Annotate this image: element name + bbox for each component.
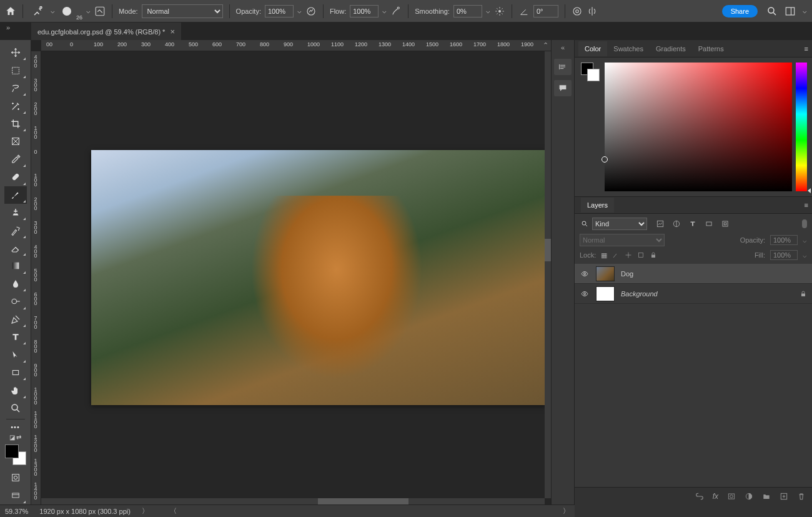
opacity-input[interactable] [265, 5, 294, 18]
filter-shape-icon[interactable] [703, 218, 715, 229]
filter-image-icon[interactable] [655, 218, 666, 229]
collapse-arrow-icon[interactable]: « [561, 44, 565, 51]
group-icon[interactable] [762, 492, 771, 501]
layer-name[interactable]: Background [621, 290, 658, 298]
tab-patterns[interactable]: Patterns [692, 41, 730, 56]
marquee-tool[interactable] [4, 61, 27, 79]
brush-size-dropdown-icon[interactable]: ⌵ [86, 7, 91, 15]
color-swatches[interactable] [5, 444, 26, 465]
frame-tool[interactable] [4, 133, 27, 150]
tab-layers[interactable]: Layers [581, 198, 614, 213]
quick-mask-icon[interactable] [4, 469, 27, 486]
brush-preset-icon[interactable] [29, 6, 47, 17]
hand-tool[interactable] [4, 381, 27, 399]
dropdown-icon[interactable]: ⌵ [803, 251, 807, 259]
brush-dropdown-icon[interactable]: ⌵ [51, 7, 55, 15]
type-tool[interactable] [4, 328, 27, 346]
color-spectrum[interactable] [605, 63, 792, 191]
status-info-icon[interactable]: 〉 [142, 506, 149, 516]
layer-thumbnail[interactable] [596, 266, 615, 281]
hue-marker[interactable] [808, 188, 811, 193]
crop-tool[interactable] [4, 115, 27, 133]
brush-tool[interactable] [4, 186, 27, 204]
path-select-tool[interactable] [4, 346, 27, 363]
dropdown-icon[interactable]: ⌵ [803, 236, 807, 244]
scrollbar-vertical[interactable] [545, 51, 551, 498]
layer-mask-icon[interactable] [727, 492, 736, 501]
angle-icon[interactable] [518, 6, 530, 17]
pressure-size-icon[interactable] [572, 6, 583, 17]
lock-position-icon[interactable] [625, 251, 632, 259]
scrollbar-thumb[interactable] [545, 239, 551, 261]
lock-pixels-icon[interactable] [612, 251, 620, 259]
screen-mode-icon[interactable] [4, 487, 27, 504]
gradient-tool[interactable] [4, 257, 27, 274]
layer-filter-select[interactable]: Kind [592, 218, 647, 230]
brush-panel-icon[interactable] [94, 6, 106, 17]
layer-name[interactable]: Dog [621, 270, 633, 278]
filter-adjustment-icon[interactable] [671, 218, 682, 229]
canvas[interactable] [41, 51, 545, 498]
hue-slider[interactable] [796, 63, 807, 191]
dodge-tool[interactable] [4, 293, 27, 310]
visibility-icon[interactable] [580, 270, 590, 278]
healing-tool[interactable] [4, 168, 27, 186]
edit-toolbar-icon[interactable]: ••• [4, 421, 27, 433]
delete-layer-icon[interactable] [797, 492, 806, 501]
filter-smart-icon[interactable] [720, 218, 731, 229]
tab-color[interactable]: Color [578, 41, 607, 56]
magic-wand-tool[interactable] [4, 97, 27, 114]
pen-tool[interactable] [4, 311, 27, 328]
lock-icon[interactable] [800, 290, 807, 298]
lock-transparent-icon[interactable]: ▦ [601, 251, 607, 259]
layer-thumbnail[interactable] [596, 286, 615, 301]
link-layers-icon[interactable] [695, 492, 704, 501]
scrollbar-horizontal[interactable] [41, 498, 545, 504]
scrollbar-thumb[interactable] [318, 498, 408, 504]
pressure-opacity-icon[interactable] [305, 6, 317, 17]
filter-toggle-icon[interactable] [802, 219, 807, 228]
flow-dropdown-icon[interactable]: ⌵ [382, 7, 387, 15]
swap-colors-icon[interactable]: ⇄ [16, 434, 21, 441]
properties-panel-icon[interactable] [554, 59, 572, 75]
color-picker-cursor[interactable] [602, 156, 608, 163]
share-button[interactable]: Share [722, 5, 758, 18]
history-brush-tool[interactable] [4, 221, 27, 239]
layer-fx-icon[interactable]: fx [713, 492, 718, 501]
blur-tool[interactable] [4, 275, 27, 293]
layer-blend-select[interactable]: Normal [580, 234, 665, 246]
smoothing-options-icon[interactable] [494, 6, 505, 17]
rectangle-tool[interactable] [4, 364, 27, 381]
comments-panel-icon[interactable] [554, 80, 572, 96]
layer-opacity-value[interactable]: 100% [770, 235, 798, 245]
brush-size-preview[interactable] [59, 6, 75, 17]
workspace-dropdown-icon[interactable]: ⌵ [803, 7, 807, 15]
layer-row[interactable]: Background [575, 284, 812, 304]
airbrush-icon[interactable] [390, 6, 402, 17]
close-tab-icon[interactable]: × [170, 27, 175, 36]
document-tab[interactable]: edu.gcfglobal.org.psd @ 59.4% (RGB/8) * … [31, 23, 181, 40]
zoom-tool[interactable] [4, 399, 27, 417]
angle-input[interactable] [533, 5, 558, 18]
tab-gradients[interactable]: Gradients [650, 41, 692, 56]
filter-type-icon[interactable] [687, 218, 698, 229]
layer-row[interactable]: Dog [575, 264, 812, 284]
search-icon[interactable] [581, 220, 588, 228]
ruler-vertical[interactable]: 4003002001000100200300400500600700800900… [31, 51, 41, 504]
workspace-icon[interactable] [781, 6, 799, 17]
zoom-value[interactable]: 59.37% [5, 508, 28, 515]
eraser-tool[interactable] [4, 239, 27, 257]
symmetry-icon[interactable] [587, 6, 598, 17]
home-icon[interactable] [5, 6, 16, 17]
expand-panels-icon[interactable]: » [6, 24, 10, 31]
flow-input[interactable] [350, 5, 379, 18]
search-icon[interactable] [766, 6, 778, 17]
new-layer-icon[interactable] [780, 492, 788, 501]
lock-all-icon[interactable] [650, 251, 657, 259]
move-tool[interactable] [4, 44, 27, 61]
visibility-icon[interactable] [580, 290, 590, 298]
ruler-horizontal[interactable]: 0001002003004005006007008009001000110012… [41, 40, 551, 51]
lasso-tool[interactable] [4, 79, 27, 97]
blend-mode-select[interactable]: Normal [142, 4, 223, 18]
panel-menu-icon[interactable]: ≡ [805, 45, 808, 53]
